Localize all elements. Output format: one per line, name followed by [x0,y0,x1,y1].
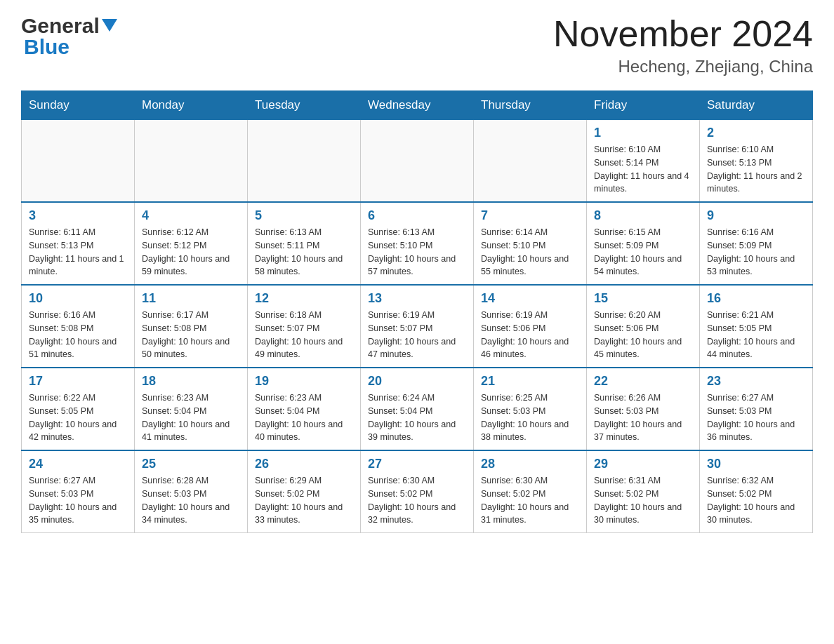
day-number: 24 [29,457,127,471]
sun-info: Sunrise: 6:32 AMSunset: 5:02 PMDaylight:… [707,474,805,527]
sun-info: Sunrise: 6:26 AMSunset: 5:03 PMDaylight:… [594,391,692,444]
day-number: 22 [594,374,692,389]
calendar-day-cell: 17Sunrise: 6:22 AMSunset: 5:05 PMDayligh… [22,368,135,450]
calendar-day-cell: 25Sunrise: 6:28 AMSunset: 5:03 PMDayligh… [135,450,248,533]
sun-info: Sunrise: 6:19 AMSunset: 5:06 PMDaylight:… [481,309,579,361]
logo: General Blue [21,14,117,59]
calendar-day-cell: 14Sunrise: 6:19 AMSunset: 5:06 PMDayligh… [474,285,587,368]
sun-info: Sunrise: 6:25 AMSunset: 5:03 PMDaylight:… [481,391,579,444]
month-year-title: November 2024 [553,14,813,54]
calendar-day-cell: 11Sunrise: 6:17 AMSunset: 5:08 PMDayligh… [135,285,248,368]
calendar-day-cell: 23Sunrise: 6:27 AMSunset: 5:03 PMDayligh… [700,368,813,450]
title-section: November 2024 Hecheng, Zhejiang, China [553,14,813,76]
day-number: 25 [142,457,240,471]
calendar-day-cell: 21Sunrise: 6:25 AMSunset: 5:03 PMDayligh… [474,368,587,450]
day-number: 11 [142,291,240,306]
sun-info: Sunrise: 6:30 AMSunset: 5:02 PMDaylight:… [481,474,579,527]
header-monday: Monday [135,91,248,120]
page-header: General Blue November 2024 Hecheng, Zhej… [21,14,813,76]
sun-info: Sunrise: 6:10 AMSunset: 5:14 PMDaylight:… [594,143,692,196]
calendar-day-cell: 18Sunrise: 6:23 AMSunset: 5:04 PMDayligh… [135,368,248,450]
day-number: 19 [255,374,353,389]
calendar-day-cell: 1Sunrise: 6:10 AMSunset: 5:14 PMDaylight… [587,120,700,203]
day-number: 29 [594,457,692,471]
calendar-day-cell [135,120,248,203]
calendar-day-cell: 20Sunrise: 6:24 AMSunset: 5:04 PMDayligh… [361,368,474,450]
sun-info: Sunrise: 6:24 AMSunset: 5:04 PMDaylight:… [368,391,466,444]
day-number: 26 [255,457,353,471]
sun-info: Sunrise: 6:28 AMSunset: 5:03 PMDaylight:… [142,474,240,527]
header-saturday: Saturday [700,91,813,120]
calendar-day-cell: 8Sunrise: 6:15 AMSunset: 5:09 PMDaylight… [587,202,700,285]
sun-info: Sunrise: 6:23 AMSunset: 5:04 PMDaylight:… [255,391,353,444]
calendar-day-cell: 27Sunrise: 6:30 AMSunset: 5:02 PMDayligh… [361,450,474,533]
calendar-week-row: 1Sunrise: 6:10 AMSunset: 5:14 PMDaylight… [22,120,813,203]
day-number: 17 [29,374,127,389]
sun-info: Sunrise: 6:27 AMSunset: 5:03 PMDaylight:… [29,474,127,527]
sun-info: Sunrise: 6:21 AMSunset: 5:05 PMDaylight:… [707,309,805,361]
sun-info: Sunrise: 6:15 AMSunset: 5:09 PMDaylight:… [594,226,692,279]
calendar-week-row: 10Sunrise: 6:16 AMSunset: 5:08 PMDayligh… [22,285,813,368]
header-tuesday: Tuesday [248,91,361,120]
sun-info: Sunrise: 6:11 AMSunset: 5:13 PMDaylight:… [29,226,127,279]
day-number: 12 [255,291,353,306]
calendar-day-cell: 6Sunrise: 6:13 AMSunset: 5:10 PMDaylight… [361,202,474,285]
logo-arrow-icon [102,19,117,34]
sun-info: Sunrise: 6:17 AMSunset: 5:08 PMDaylight:… [142,309,240,361]
sun-info: Sunrise: 6:29 AMSunset: 5:02 PMDaylight:… [255,474,353,527]
day-number: 28 [481,457,579,471]
sun-info: Sunrise: 6:30 AMSunset: 5:02 PMDaylight:… [368,474,466,527]
calendar-day-cell: 5Sunrise: 6:13 AMSunset: 5:11 PMDaylight… [248,202,361,285]
sun-info: Sunrise: 6:12 AMSunset: 5:12 PMDaylight:… [142,226,240,279]
header-sunday: Sunday [22,91,135,120]
calendar-day-cell: 22Sunrise: 6:26 AMSunset: 5:03 PMDayligh… [587,368,700,450]
calendar-day-cell: 26Sunrise: 6:29 AMSunset: 5:02 PMDayligh… [248,450,361,533]
calendar-week-row: 24Sunrise: 6:27 AMSunset: 5:03 PMDayligh… [22,450,813,533]
day-number: 10 [29,291,127,306]
calendar-day-cell: 7Sunrise: 6:14 AMSunset: 5:10 PMDaylight… [474,202,587,285]
day-number: 5 [255,208,353,223]
day-number: 15 [594,291,692,306]
header-thursday: Thursday [474,91,587,120]
sun-info: Sunrise: 6:13 AMSunset: 5:10 PMDaylight:… [368,226,466,279]
svg-marker-0 [102,19,117,32]
header-friday: Friday [587,91,700,120]
calendar-day-cell [22,120,135,203]
sun-info: Sunrise: 6:23 AMSunset: 5:04 PMDaylight:… [142,391,240,444]
logo-general-text: General [21,14,100,38]
sun-info: Sunrise: 6:31 AMSunset: 5:02 PMDaylight:… [594,474,692,527]
day-number: 3 [29,208,127,223]
calendar-day-cell [248,120,361,203]
sun-info: Sunrise: 6:27 AMSunset: 5:03 PMDaylight:… [707,391,805,444]
sun-info: Sunrise: 6:16 AMSunset: 5:09 PMDaylight:… [707,226,805,279]
day-number: 20 [368,374,466,389]
day-number: 9 [707,208,805,223]
day-number: 16 [707,291,805,306]
location-text: Hecheng, Zhejiang, China [553,57,813,76]
calendar-day-cell: 4Sunrise: 6:12 AMSunset: 5:12 PMDaylight… [135,202,248,285]
sun-info: Sunrise: 6:14 AMSunset: 5:10 PMDaylight:… [481,226,579,279]
calendar-day-cell: 2Sunrise: 6:10 AMSunset: 5:13 PMDaylight… [700,120,813,203]
calendar-day-cell: 29Sunrise: 6:31 AMSunset: 5:02 PMDayligh… [587,450,700,533]
calendar-day-cell: 10Sunrise: 6:16 AMSunset: 5:08 PMDayligh… [22,285,135,368]
day-number: 27 [368,457,466,471]
calendar-day-cell: 13Sunrise: 6:19 AMSunset: 5:07 PMDayligh… [361,285,474,368]
sun-info: Sunrise: 6:20 AMSunset: 5:06 PMDaylight:… [594,309,692,361]
calendar-day-cell: 3Sunrise: 6:11 AMSunset: 5:13 PMDaylight… [22,202,135,285]
calendar-week-row: 17Sunrise: 6:22 AMSunset: 5:05 PMDayligh… [22,368,813,450]
day-number: 1 [594,126,692,140]
calendar-header-row: Sunday Monday Tuesday Wednesday Thursday… [22,91,813,120]
day-number: 21 [481,374,579,389]
sun-info: Sunrise: 6:10 AMSunset: 5:13 PMDaylight:… [707,143,805,196]
sun-info: Sunrise: 6:13 AMSunset: 5:11 PMDaylight:… [255,226,353,279]
day-number: 14 [481,291,579,306]
calendar-day-cell: 19Sunrise: 6:23 AMSunset: 5:04 PMDayligh… [248,368,361,450]
day-number: 13 [368,291,466,306]
day-number: 4 [142,208,240,223]
calendar-week-row: 3Sunrise: 6:11 AMSunset: 5:13 PMDaylight… [22,202,813,285]
sun-info: Sunrise: 6:18 AMSunset: 5:07 PMDaylight:… [255,309,353,361]
day-number: 6 [368,208,466,223]
calendar-day-cell [474,120,587,203]
calendar-day-cell: 12Sunrise: 6:18 AMSunset: 5:07 PMDayligh… [248,285,361,368]
calendar-day-cell: 15Sunrise: 6:20 AMSunset: 5:06 PMDayligh… [587,285,700,368]
